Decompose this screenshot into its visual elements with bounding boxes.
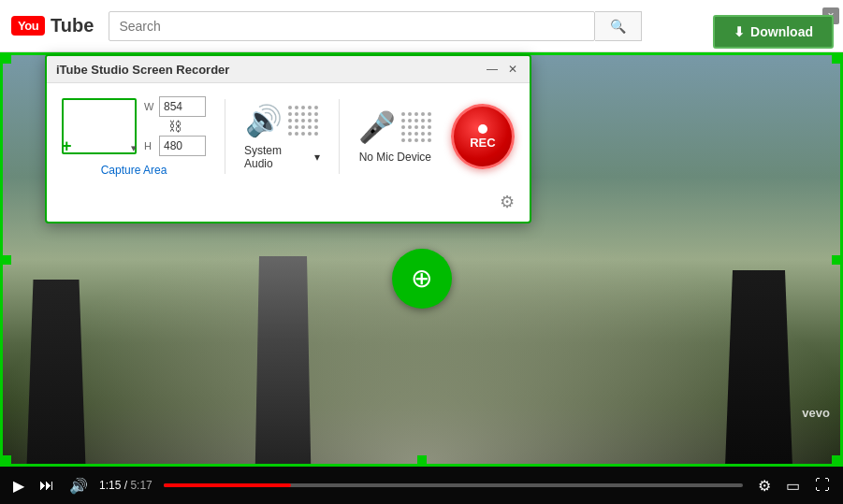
minimize-button[interactable]: — <box>485 62 500 77</box>
dot <box>288 132 292 136</box>
figure-right <box>721 270 796 467</box>
window-buttons: — ✕ <box>485 62 520 77</box>
dot <box>301 132 305 136</box>
dot <box>295 106 298 109</box>
dot <box>314 125 318 129</box>
play-button[interactable]: ▶ <box>9 475 28 497</box>
search-button[interactable]: 🔍 <box>595 11 642 41</box>
capture-plus-icon: + <box>62 137 72 154</box>
height-label: H <box>144 140 155 151</box>
dot <box>408 112 412 116</box>
mic-section: 🎤 No Mic Device <box>358 109 432 164</box>
dot <box>414 132 418 136</box>
dot <box>421 138 425 142</box>
dot <box>314 119 318 122</box>
dot <box>308 125 312 129</box>
dot <box>314 112 318 116</box>
capture-section: + ▾ W ⛓ H Capture Area <box>62 96 206 177</box>
time-display: 1:15 / 5:17 <box>99 479 153 492</box>
dot <box>401 138 405 142</box>
volume-button[interactable]: 🔊 <box>65 475 92 497</box>
dot <box>421 119 425 122</box>
mic-label: No Mic Device <box>359 151 431 164</box>
rec-dot-icon <box>478 124 487 134</box>
progress-bar[interactable] <box>164 483 743 487</box>
dot <box>301 125 305 129</box>
dot <box>408 138 412 142</box>
width-label: W <box>144 101 155 112</box>
dot <box>295 125 298 129</box>
dot <box>421 112 425 116</box>
dot <box>308 119 312 122</box>
dot <box>408 125 412 129</box>
fullscreen-button[interactable]: ⛶ <box>811 475 834 496</box>
dot <box>421 132 425 136</box>
dot <box>314 132 318 136</box>
move-handle[interactable]: ⊕ <box>392 249 452 309</box>
settings-icon[interactable]: ⚙ <box>500 192 515 212</box>
dot <box>301 119 305 122</box>
dot <box>428 119 431 122</box>
mic-level-dots <box>401 112 432 143</box>
dot <box>428 125 431 129</box>
settings-row: ⚙ <box>47 192 530 222</box>
vevo-logo: vevo <box>802 406 830 420</box>
height-input[interactable] <box>159 136 206 156</box>
recorder-dialog: iTube Studio Screen Recorder — ✕ + ▾ W <box>45 54 531 223</box>
dot <box>295 119 298 122</box>
system-audio-label: System Audio <box>244 144 311 170</box>
recorder-titlebar: iTube Studio Screen Recorder — ✕ <box>47 56 530 83</box>
figure-left <box>23 280 89 467</box>
dot <box>428 132 431 136</box>
audio-section: 🔊 System Audio ▾ <box>244 103 320 170</box>
search-input[interactable] <box>109 11 595 41</box>
rec-button[interactable]: REC <box>451 104 515 169</box>
dot <box>401 112 405 116</box>
capture-label: Capture Area <box>101 164 167 177</box>
time-separator: / <box>121 479 130 492</box>
dot <box>421 125 425 129</box>
system-audio-dropdown[interactable]: System Audio ▾ <box>244 144 320 170</box>
youtube-logo: You Tube <box>11 15 94 36</box>
width-row: W <box>144 96 206 117</box>
link-icon: ⛓ <box>168 119 182 134</box>
dot <box>401 125 405 129</box>
dot <box>428 112 431 116</box>
dot <box>314 106 318 109</box>
divider-2 <box>339 99 340 174</box>
settings-ctrl-button[interactable]: ⚙ <box>754 475 775 497</box>
recorder-title: iTube Studio Screen Recorder <box>56 63 229 77</box>
download-button[interactable]: ⬇ Download <box>713 15 834 49</box>
dot <box>414 119 418 122</box>
dot <box>288 125 292 129</box>
capture-area-box: + ▾ <box>62 98 137 154</box>
dot <box>408 132 412 136</box>
download-arrow-icon: ⬇ <box>734 24 745 39</box>
miniplayer-button[interactable]: ▭ <box>782 475 804 497</box>
close-button[interactable]: ✕ <box>505 62 520 77</box>
dot <box>401 119 405 122</box>
audio-icon-row: 🔊 <box>245 103 319 138</box>
mic-icon: 🎤 <box>358 110 396 144</box>
system-audio-arrow-icon: ▾ <box>314 151 320 164</box>
mic-icon-row: 🎤 <box>358 109 432 145</box>
time-current: 1:15 <box>99 479 121 492</box>
download-label: Download <box>750 24 813 39</box>
progress-fill <box>164 483 291 487</box>
dot <box>288 112 292 116</box>
next-button[interactable]: ⏭ <box>36 475 58 496</box>
time-total: 5:17 <box>130 479 152 492</box>
audio-level-dots <box>288 106 319 137</box>
width-input[interactable] <box>159 96 206 117</box>
rec-text: REC <box>470 136 495 150</box>
dot <box>414 125 418 129</box>
height-row: H <box>144 136 206 156</box>
capture-dropdown-icon[interactable]: ▾ <box>131 142 137 154</box>
dot <box>401 132 405 136</box>
dot <box>308 132 312 136</box>
dot <box>428 138 431 142</box>
youtube-logo-you: You <box>11 16 45 36</box>
dot <box>288 119 292 122</box>
dot <box>301 112 305 116</box>
mic-icon-wrapper: 🎤 <box>358 109 396 145</box>
